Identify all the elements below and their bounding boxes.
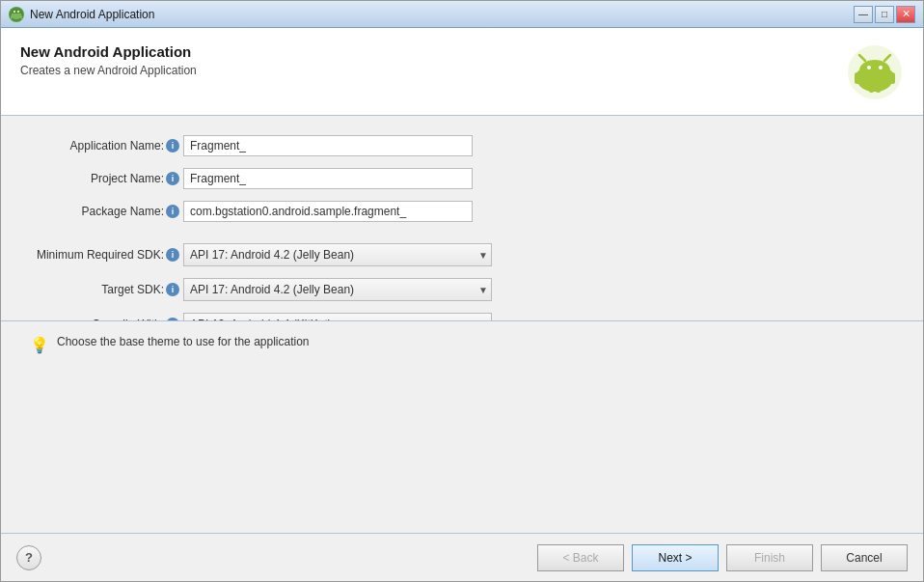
main-window: New Android Application — □ ✕ New Androi… xyxy=(0,0,924,582)
window-controls: — □ ✕ xyxy=(854,6,915,23)
hint-section: 💡 Choose the base theme to use for the a… xyxy=(1,320,923,368)
application-name-info-icon[interactable]: i xyxy=(166,139,179,152)
svg-rect-5 xyxy=(11,15,13,19)
hint-bulb-icon: 💡 xyxy=(30,336,49,354)
next-button[interactable]: Next > xyxy=(632,544,719,571)
target-sdk-info-icon[interactable]: i xyxy=(166,283,179,296)
compile-with-select-wrapper: API 19: Android 4.4 (KitKat) ▼ xyxy=(183,313,492,320)
close-button[interactable]: ✕ xyxy=(896,6,915,23)
header-section: New Android Application Creates a new An… xyxy=(1,28,923,116)
bottom-buttons: < Back Next > Finish Cancel xyxy=(537,544,908,571)
android-logo xyxy=(846,43,904,101)
help-button[interactable]: ? xyxy=(16,545,41,570)
target-sdk-select[interactable]: API 17: Android 4.2 (Jelly Bean) xyxy=(183,278,492,301)
package-name-input[interactable] xyxy=(183,201,473,222)
min-sdk-info-icon[interactable]: i xyxy=(166,248,179,262)
project-name-row: Project Name: i xyxy=(30,168,894,189)
svg-rect-16 xyxy=(890,72,895,84)
svg-rect-17 xyxy=(869,84,874,93)
svg-rect-18 xyxy=(876,84,881,93)
project-name-label: Project Name: i xyxy=(30,172,179,185)
svg-rect-6 xyxy=(21,15,23,19)
compile-with-select[interactable]: API 19: Android 4.4 (KitKat) xyxy=(183,313,492,320)
cancel-button[interactable]: Cancel xyxy=(821,544,908,571)
package-name-row: Package Name: i xyxy=(30,201,894,222)
minimize-button[interactable]: — xyxy=(854,6,873,23)
svg-point-12 xyxy=(879,66,883,69)
svg-rect-2 xyxy=(12,14,21,17)
header-title: New Android Application xyxy=(20,43,836,60)
application-name-row: Application Name: i xyxy=(30,135,894,156)
svg-point-3 xyxy=(14,11,15,13)
package-name-label: Package Name: i xyxy=(30,205,179,218)
package-name-info-icon[interactable]: i xyxy=(166,205,179,218)
window-title: New Android Application xyxy=(30,8,854,21)
application-name-input[interactable] xyxy=(183,135,473,156)
spacer xyxy=(1,368,923,534)
target-sdk-label: Target SDK: i xyxy=(30,283,179,296)
form-section: Application Name: i Project Name: i Pack… xyxy=(1,116,923,320)
hint-text: Choose the base theme to use for the app… xyxy=(57,335,310,348)
project-name-info-icon[interactable]: i xyxy=(166,172,179,185)
svg-rect-15 xyxy=(855,72,859,84)
min-sdk-label: Minimum Required SDK: i xyxy=(30,248,179,262)
finish-button[interactable]: Finish xyxy=(726,544,813,571)
min-sdk-select[interactable]: API 17: Android 4.2 (Jelly Bean) xyxy=(183,243,492,266)
content-area: New Android Application Creates a new An… xyxy=(1,28,923,581)
target-sdk-row: Target SDK: i API 17: Android 4.2 (Jelly… xyxy=(30,278,894,301)
min-sdk-row: Minimum Required SDK: i API 17: Android … xyxy=(30,243,894,266)
back-button[interactable]: < Back xyxy=(537,544,624,571)
header-text: New Android Application Creates a new An… xyxy=(20,43,836,77)
target-sdk-select-wrapper: API 17: Android 4.2 (Jelly Bean) ▼ xyxy=(183,278,492,301)
window-icon xyxy=(9,7,24,22)
title-bar: New Android Application — □ ✕ xyxy=(1,1,923,28)
min-sdk-select-wrapper: API 17: Android 4.2 (Jelly Bean) ▼ xyxy=(183,243,492,266)
svg-point-4 xyxy=(17,11,19,13)
svg-point-11 xyxy=(867,66,871,69)
svg-point-10 xyxy=(859,60,890,81)
header-subtitle: Creates a new Android Application xyxy=(20,64,836,77)
project-name-input[interactable] xyxy=(183,168,473,189)
maximize-button[interactable]: □ xyxy=(875,6,894,23)
application-name-label: Application Name: i xyxy=(30,139,179,152)
bottom-bar: ? < Back Next > Finish Cancel xyxy=(1,533,923,581)
compile-with-row: Compile With: i API 19: Android 4.4 (Kit… xyxy=(30,313,894,320)
